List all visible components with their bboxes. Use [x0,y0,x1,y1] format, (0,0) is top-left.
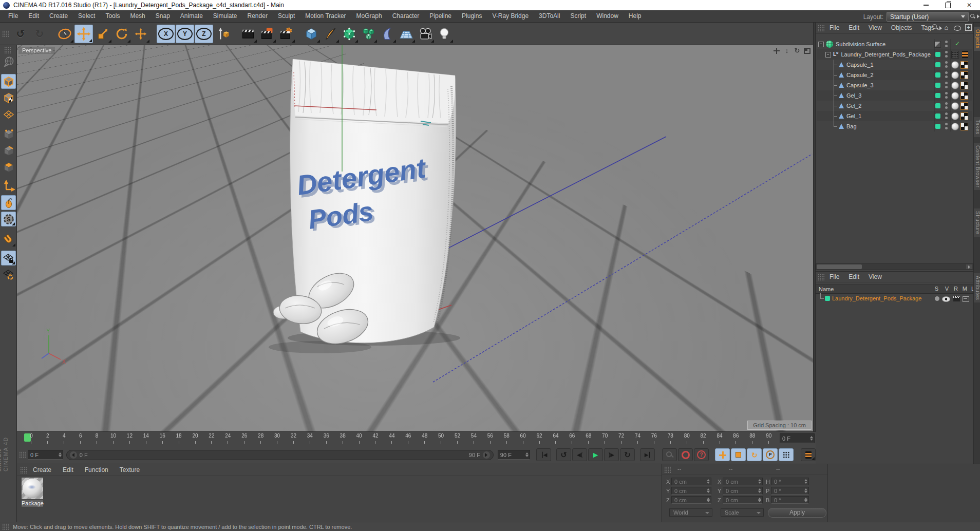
model-mode-button[interactable] [1,74,16,89]
layer-color-chip[interactable] [935,124,940,129]
object-label[interactable]: Subdivision Surface [836,41,885,47]
om-menu-view[interactable]: View [864,22,886,34]
snap-settings-button[interactable]: S [1,212,16,226]
timeline-grip[interactable] [19,451,26,458]
visibility-dots[interactable] [945,61,948,68]
key-parameter-button[interactable]: P [763,448,778,461]
layer-color-chip[interactable] [935,52,940,57]
om-menu-objects[interactable]: Objects [887,22,916,34]
tree-row-capsule-1[interactable]: Capsule_1 [817,60,972,70]
layer-color-chip[interactable] [935,72,940,78]
light-button[interactable] [435,25,454,43]
y-axis-lock-button[interactable]: Y [176,25,194,43]
tree-row-gel-3[interactable]: Gel_3 [817,90,972,101]
minimize-button[interactable] [915,0,937,10]
object-label[interactable]: Laundry_Detergent_Pods_Package [841,51,931,58]
tree-row-gel-1[interactable]: Gel_1 [817,111,972,121]
autokey-button[interactable] [678,448,693,461]
object-manager-grip[interactable] [818,25,824,31]
next-frame-button[interactable]: )▶ [604,448,619,461]
uvw-tag-icon[interactable] [960,92,968,100]
uvw-tag-icon[interactable] [960,123,968,130]
render-settings-button[interactable] [277,25,295,43]
menu-vray-bridge[interactable]: V-Ray Bridge [487,10,534,22]
visibility-dots[interactable] [945,51,948,58]
om-menu-file[interactable]: File [825,22,843,34]
end-frame-field[interactable]: 90 F [498,450,530,460]
maximize-button[interactable] [937,0,958,10]
menu-simulate[interactable]: Simulate [208,10,242,22]
rotate-view-icon[interactable]: ↻ [794,47,801,54]
menu-edit[interactable]: Edit [23,10,44,22]
texture-tag-icon[interactable] [951,112,959,120]
object-label[interactable]: Capsule_1 [846,62,874,68]
stepper-icon[interactable] [525,450,529,459]
rot-p-field[interactable]: 0 ° [771,487,809,495]
tree-row-bag[interactable]: Bag [817,121,972,131]
menu-snap[interactable]: Snap [150,10,175,22]
pos-x-field[interactable]: 0 cm [671,478,711,485]
visibility-dots[interactable] [945,112,948,120]
add-object-icon[interactable] [965,24,972,31]
keyframe-selection-button[interactable]: ? [694,448,709,461]
object-label[interactable]: Capsule_3 [846,82,874,88]
om-menu-edit[interactable]: Edit [844,22,863,34]
stepper-icon[interactable] [59,450,62,459]
frame-field-top[interactable]: 0 F [780,433,815,443]
material-manager-grip[interactable] [20,467,27,473]
size-x-field[interactable]: 0 cm [723,478,763,485]
solo-dot-icon[interactable] [935,296,939,301]
menu-plugins[interactable]: Plugins [457,10,487,22]
texture-tag-icon[interactable] [951,92,959,100]
tag-icon[interactable] [951,51,959,59]
layer-color-chip[interactable] [935,93,940,98]
uvw-tag-icon[interactable] [960,71,968,79]
coordinates-grip[interactable] [664,466,671,473]
play-button[interactable]: ▶ [588,448,603,461]
snap-toggle-button[interactable] [1,232,16,247]
object-label[interactable]: Bag [846,123,857,129]
menu-file[interactable]: File [3,10,23,22]
texture-tag-icon[interactable] [951,123,959,130]
toggle-view-icon[interactable] [804,48,811,54]
previous-key-button[interactable]: ↺ [556,448,571,461]
mm-menu-texture[interactable]: Texture [115,464,145,476]
menu-window[interactable]: Window [591,10,624,22]
menu-tools[interactable]: Tools [100,10,125,22]
camera-button[interactable] [416,25,435,43]
render-view-button[interactable] [239,25,257,43]
redo-button[interactable]: ↻ [30,25,49,43]
texture-tag-icon[interactable] [951,71,959,79]
workplane-mode-button[interactable] [1,107,16,122]
uvw-tag-icon[interactable] [960,102,968,110]
menu-help[interactable]: Help [624,10,647,22]
size-y-field[interactable]: 0 cm [723,487,763,495]
menu-create[interactable]: Create [44,10,73,22]
scale-mode-dropdown[interactable]: Scale [721,508,764,517]
next-key-button[interactable]: ↻ [620,448,635,461]
last-tool-button[interactable] [131,25,150,43]
undo-button[interactable]: ↺ [11,25,30,43]
current-frame-field[interactable]: 0 F [28,450,63,460]
lp-menu-edit[interactable]: Edit [844,271,863,283]
visibility-dots[interactable] [945,82,948,89]
mograph-cloner-button[interactable] [359,25,378,43]
tab-content-browser[interactable]: Content Browser [974,143,980,190]
lp-menu-file[interactable]: File [825,271,843,283]
uvw-tag-icon[interactable] [960,61,968,69]
enable-axis-button[interactable] [1,179,16,194]
pan-view-icon[interactable] [773,47,780,54]
menu-character[interactable]: Character [387,10,425,22]
texture-tag-icon[interactable] [951,82,959,89]
goto-end-button[interactable]: ▶┃ [640,448,655,461]
floor-environment-button[interactable] [397,25,416,43]
scale-tool-button[interactable] [93,25,112,43]
search-icon[interactable] [970,14,976,20]
stepper-icon[interactable] [810,434,813,443]
scrollbar-arrow-icon[interactable] [966,264,972,269]
key-position-button[interactable] [715,448,730,461]
range-end-icon[interactable] [483,451,490,459]
menu-pipeline[interactable]: Pipeline [424,10,457,22]
layer-slash-toggle[interactable] [934,41,941,48]
close-button[interactable]: ✕ [958,0,980,10]
